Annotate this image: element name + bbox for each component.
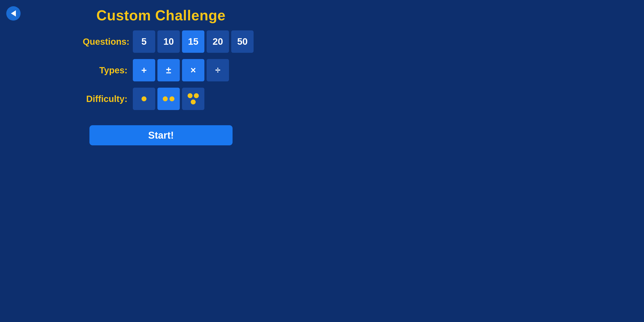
types-option-plusminus[interactable]: ± bbox=[158, 59, 180, 82]
back-button[interactable] bbox=[6, 6, 20, 20]
questions-option-50[interactable]: 50 bbox=[231, 30, 254, 53]
easy-dots bbox=[142, 96, 146, 101]
questions-row: Questions: 5 10 15 20 50 bbox=[83, 30, 239, 53]
main-content: Questions: 5 10 15 20 50 Types: + ± × ÷ … bbox=[0, 30, 322, 145]
questions-option-20[interactable]: 20 bbox=[206, 30, 229, 53]
dot-2 bbox=[194, 93, 199, 98]
types-option-addition[interactable]: + bbox=[133, 59, 155, 82]
types-option-multiplication[interactable]: × bbox=[182, 59, 204, 82]
types-label: Types: bbox=[83, 65, 128, 75]
difficulty-row: Difficulty: bbox=[83, 88, 239, 110]
dot-1 bbox=[163, 96, 168, 101]
types-row: Types: + ± × ÷ bbox=[83, 59, 239, 82]
types-option-division[interactable]: ÷ bbox=[206, 59, 229, 82]
page-title: Custom Challenge bbox=[0, 0, 322, 24]
dot-1 bbox=[142, 96, 146, 101]
difficulty-option-hard[interactable] bbox=[182, 88, 204, 110]
dot-3 bbox=[191, 100, 196, 104]
back-arrow-icon bbox=[11, 10, 16, 16]
types-options: + ± × ÷ bbox=[133, 59, 229, 82]
questions-options: 5 10 15 20 50 bbox=[133, 30, 254, 53]
difficulty-option-easy[interactable] bbox=[133, 88, 155, 110]
hard-dots bbox=[186, 93, 200, 104]
medium-dots bbox=[163, 96, 174, 101]
start-button[interactable]: Start! bbox=[90, 125, 232, 145]
difficulty-options bbox=[133, 88, 204, 110]
difficulty-option-medium[interactable] bbox=[158, 88, 180, 110]
questions-option-5[interactable]: 5 bbox=[133, 30, 155, 53]
dot-1 bbox=[188, 93, 192, 98]
questions-label: Questions: bbox=[83, 37, 128, 47]
questions-option-10[interactable]: 10 bbox=[158, 30, 180, 53]
dot-2 bbox=[170, 96, 174, 101]
difficulty-label: Difficulty: bbox=[83, 94, 128, 104]
questions-option-15[interactable]: 15 bbox=[182, 30, 204, 53]
